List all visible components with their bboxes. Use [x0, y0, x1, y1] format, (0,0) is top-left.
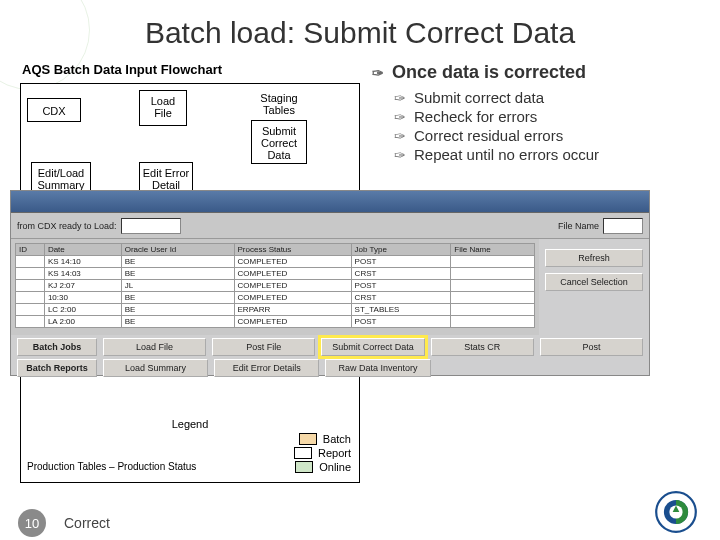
- bullet-glyph-icon: ✑: [394, 109, 406, 125]
- td: CRST: [351, 268, 451, 280]
- legend-title: Legend: [29, 418, 351, 430]
- app-window: from CDX ready to Load: File Name ID Dat…: [10, 190, 650, 376]
- bullet-glyph-icon: ✑: [394, 147, 406, 163]
- td: CRST: [351, 292, 451, 304]
- legend-swatch-report: [294, 447, 312, 459]
- td: KJ 2:07: [44, 280, 121, 292]
- load-summary-button[interactable]: Load Summary: [103, 359, 208, 377]
- footer: 10 Correct: [0, 506, 720, 540]
- table-row[interactable]: 10:30BECOMPLETEDCRST: [16, 292, 535, 304]
- td: KS 14:10: [44, 256, 121, 268]
- bullet-sub: ✑ Correct residual errors: [394, 127, 700, 144]
- node-load-file: Load File: [139, 90, 187, 126]
- batch-jobs-label: Batch Jobs: [17, 338, 97, 356]
- td: COMPLETED: [234, 292, 351, 304]
- footer-label: Correct: [64, 515, 110, 531]
- app-body: ID Date Oracle User Id Process Status Jo…: [11, 239, 649, 335]
- table-row[interactable]: KJ 2:07JLCOMPLETEDPOST: [16, 280, 535, 292]
- td: COMPLETED: [234, 316, 351, 328]
- th: ID: [16, 244, 45, 256]
- th: Oracle User Id: [121, 244, 234, 256]
- toolbar-label-from: from CDX ready to Load:: [17, 221, 117, 231]
- td: [16, 292, 45, 304]
- table-row[interactable]: LA 2:00BECOMPLETEDPOST: [16, 316, 535, 328]
- table-header-row: ID Date Oracle User Id Process Status Jo…: [16, 244, 535, 256]
- bullet-sub-text: Correct residual errors: [414, 127, 563, 144]
- bullet-sub: ✑ Recheck for errors: [394, 108, 700, 125]
- jobs-table: ID Date Oracle User Id Process Status Jo…: [15, 243, 535, 328]
- td: [451, 292, 535, 304]
- bullet-sub: ✑ Submit correct data: [394, 89, 700, 106]
- td: ST_TABLES: [351, 304, 451, 316]
- td: [451, 268, 535, 280]
- td: [451, 304, 535, 316]
- bullet-sub-text: Submit correct data: [414, 89, 544, 106]
- post-button[interactable]: Post: [540, 338, 643, 356]
- td: POST: [351, 280, 451, 292]
- td: COMPLETED: [234, 256, 351, 268]
- bullet-sub: ✑ Repeat until no errors occur: [394, 146, 700, 163]
- th: Job Type: [351, 244, 451, 256]
- td: BE: [121, 292, 234, 304]
- td: [16, 280, 45, 292]
- toolbar-field[interactable]: [121, 218, 181, 234]
- toolbar-field[interactable]: [603, 218, 643, 234]
- node-staging-tables: Staging Tables: [251, 88, 307, 118]
- submit-correct-data-button[interactable]: Submit Correct Data: [321, 338, 424, 356]
- bullet-main-text: Once data is corrected: [392, 62, 586, 83]
- slide-title: Batch load: Submit Correct Data: [0, 0, 720, 58]
- app-toolbar: from CDX ready to Load: File Name: [11, 213, 649, 239]
- legend-label-batch: Batch: [323, 433, 351, 445]
- td: [16, 316, 45, 328]
- td: BE: [121, 304, 234, 316]
- td: [16, 256, 45, 268]
- batch-reports-label: Batch Reports: [17, 359, 97, 377]
- bullet-glyph-icon: ✑: [372, 65, 384, 81]
- th: Date: [44, 244, 121, 256]
- td: LA 2:00: [44, 316, 121, 328]
- load-file-button[interactable]: Load File: [103, 338, 206, 356]
- legend-swatch-batch: [299, 433, 317, 445]
- post-file-button[interactable]: Post File: [212, 338, 315, 356]
- td: BE: [121, 256, 234, 268]
- raw-data-inventory-button[interactable]: Raw Data Inventory: [325, 359, 430, 377]
- th: File Name: [451, 244, 535, 256]
- legend-label-report: Report: [318, 447, 351, 459]
- bullet-glyph-icon: ✑: [394, 128, 406, 144]
- node-cdx: CDX: [27, 98, 81, 122]
- table-row[interactable]: KS 14:03BECOMPLETEDCRST: [16, 268, 535, 280]
- th: Process Status: [234, 244, 351, 256]
- td: COMPLETED: [234, 280, 351, 292]
- legend-label-online: Online: [319, 461, 351, 473]
- bullet-main: ✑ Once data is corrected: [372, 62, 700, 83]
- app-titlebar: [11, 191, 649, 213]
- td: KS 14:03: [44, 268, 121, 280]
- bullet-sub-text: Repeat until no errors occur: [414, 146, 599, 163]
- td: 10:30: [44, 292, 121, 304]
- edit-error-details-button[interactable]: Edit Error Details: [214, 359, 319, 377]
- td: [451, 316, 535, 328]
- bottom-button-panel: Batch Jobs Load File Post File Submit Co…: [11, 335, 649, 380]
- stats-cr-button[interactable]: Stats CR: [431, 338, 534, 356]
- bullet-sub-text: Recheck for errors: [414, 108, 537, 125]
- td: POST: [351, 316, 451, 328]
- epa-logo-icon: [654, 490, 698, 534]
- cancel-selection-button[interactable]: Cancel Selection: [545, 273, 643, 291]
- td: BE: [121, 316, 234, 328]
- td: BE: [121, 268, 234, 280]
- legend: Legend Batch Report Online: [29, 418, 351, 474]
- refresh-button[interactable]: Refresh: [545, 249, 643, 267]
- flowchart-title: AQS Batch Data Input Flowchart: [20, 58, 360, 83]
- td: LC 2:00: [44, 304, 121, 316]
- table-row[interactable]: KS 14:10BECOMPLETEDPOST: [16, 256, 535, 268]
- td: COMPLETED: [234, 268, 351, 280]
- right-button-panel: Refresh Cancel Selection: [539, 239, 649, 335]
- table-zone: ID Date Oracle User Id Process Status Jo…: [11, 239, 539, 335]
- toolbar-label-filename: File Name: [558, 221, 599, 231]
- td: JL: [121, 280, 234, 292]
- slide-number: 10: [18, 509, 46, 537]
- table-row[interactable]: LC 2:00BEERPARRST_TABLES: [16, 304, 535, 316]
- td: [451, 256, 535, 268]
- td: [451, 280, 535, 292]
- td: ERPARR: [234, 304, 351, 316]
